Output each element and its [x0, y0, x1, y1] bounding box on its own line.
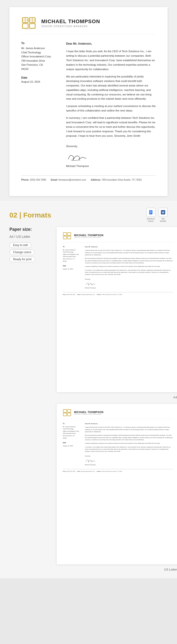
- letter-header: COMPANY TAG LINE HERE MICHAEL THOMPSON S…: [21, 16, 156, 34]
- svg-rect-17: [63, 236, 66, 239]
- format-separator: |: [19, 211, 23, 219]
- mini-addr-a4: Mr. James Anderson Chief Technology Offi…: [63, 249, 82, 262]
- svg-rect-16: [63, 232, 66, 236]
- svg-rect-22: [68, 410, 71, 412]
- google-docs-label: GOOGLEDOCS: [147, 218, 155, 222]
- letter-paragraph-1: I hope this letter finds you well. As th…: [66, 49, 156, 72]
- badge-ready-print: Ready for print: [10, 256, 35, 262]
- format-title-text: Formats: [23, 211, 51, 219]
- us-size-label: US Letter: [54, 567, 177, 571]
- letter-body: To Mr. James Anderson Chief Technology O…: [21, 42, 156, 168]
- mini-addr-us: Mr. James Anderson Chief Technology Offi…: [63, 426, 82, 440]
- mini-letter-us: MICHAEL THOMPSON SENIOR OPERATIONS MANAG…: [57, 404, 177, 564]
- letter-page-top: COMPANY TAG LINE HERE MICHAEL THOMPSON S…: [10, 7, 168, 196]
- format-icons: GOOGLEDOCS W MSWORD: [146, 208, 168, 222]
- letter-paragraph-4: In summary, I am confident that a partne…: [66, 116, 156, 138]
- mini-footer-a4: Phone: (555) 456-7890 Email: thompson@or…: [63, 292, 173, 295]
- letter-paragraph-2: We are particularly interested in explor…: [66, 74, 156, 101]
- letter-closing: Sincerely, Michael Thompson: [66, 144, 156, 168]
- closing-text: Sincerely,: [66, 144, 156, 148]
- format-header: 02 | Formats GOOGLEDOCS W MSWORD: [10, 208, 168, 222]
- svg-text:COMPANY: COMPANY: [25, 29, 32, 30]
- mini-letter-header-us: MICHAEL THOMPSON SENIOR OPERATIONS MANAG…: [63, 409, 173, 419]
- format-title: 02 | Formats: [10, 211, 51, 219]
- badge-change-colors: Change colors: [10, 250, 35, 255]
- svg-rect-23: [68, 413, 71, 416]
- mini-header-text-a4: MICHAEL THOMPSON SENIOR OPERATIONS MANAG…: [74, 234, 104, 238]
- mini-left-a4: To Mr. James Anderson Chief Technology O…: [63, 246, 82, 289]
- ms-word-icon-item: W MSWORD: [158, 208, 168, 222]
- svg-rect-1: [22, 24, 28, 28]
- footer-address: Address: 789 Innovation Drive Austin, TX…: [91, 178, 142, 181]
- footer-phone: Phone: (555) 456-7890: [21, 178, 46, 181]
- mini-columns-a4: To Mr. James Anderson Chief Technology O…: [63, 246, 173, 289]
- format-section: 02 | Formats GOOGLEDOCS W MSWORD Paper s…: [0, 201, 177, 578]
- recipient-address2: San Francisco, CA: [21, 63, 59, 67]
- company-logo: COMPANY TAG LINE HERE: [21, 16, 36, 30]
- mini-sig-us: [85, 457, 173, 464]
- paper-size-block: Paper size: A4 / US Letter Easy to edit …: [10, 227, 47, 267]
- signer-name: Michael Thompson: [66, 164, 156, 168]
- svg-rect-21: [63, 413, 66, 416]
- recipient-zip: 94103: [21, 67, 59, 71]
- header-title: SENIOR OPERATIONS MANAGER: [41, 25, 100, 28]
- mini-closing-us: Sincerely, Michael Thompson: [85, 455, 173, 466]
- svg-rect-18: [68, 232, 71, 236]
- date-value: August 10, 2024: [21, 80, 59, 83]
- letter-right-column: Dear Mr. Anderson, I hope this letter fi…: [66, 42, 156, 168]
- letter-footer-top: Phone: (555) 456-7890 Email: thompson@or…: [21, 176, 156, 181]
- svg-rect-20: [63, 410, 66, 412]
- mini-right-us: Dear Mr. Anderson, I hope this letter fi…: [85, 422, 173, 466]
- to-label: To: [21, 42, 59, 45]
- us-letter-preview-block: MICHAEL THOMPSON SENIOR OPERATIONS MANAG…: [54, 404, 177, 571]
- mini-sig-a4: [85, 280, 173, 287]
- paper-size-label: Paper size:: [10, 227, 47, 232]
- recipient-company: Officer Innovatetech Corp.: [21, 54, 59, 59]
- mini-left-us: To Mr. James Anderson Chief Technology O…: [63, 422, 82, 466]
- mini-footer-us: Phone: (555) 456-7890 Email: thompson@or…: [63, 469, 173, 472]
- mini-right-a4: Dear Mr. Anderson, I hope this letter fi…: [85, 246, 173, 289]
- svg-rect-12: [150, 212, 152, 212]
- badge-easy-edit: Easy to edit: [10, 242, 32, 248]
- top-letter-wrapper: COMPANY TAG LINE HERE MICHAEL THOMPSON S…: [0, 0, 177, 201]
- date-label: Date: [21, 76, 59, 79]
- header-text: MICHAEL THOMPSON SENIOR OPERATIONS MANAG…: [41, 18, 100, 28]
- svg-rect-11: [150, 211, 152, 212]
- svg-rect-13: [150, 213, 151, 213]
- svg-rect-3: [30, 24, 35, 28]
- paper-size-value: A4 / US Letter: [10, 235, 47, 238]
- letter-left-column: To Mr. James Anderson Chief Technology O…: [21, 42, 59, 168]
- mini-letter-header-a4: MICHAEL THOMPSON SENIOR OPERATIONS MANAG…: [63, 232, 173, 242]
- a4-size-label: A4: [54, 394, 177, 399]
- mini-closing-a4: Sincerely, Michael Thompson: [85, 278, 173, 289]
- mini-columns-us: To Mr. James Anderson Chief Technology O…: [63, 422, 173, 466]
- recipient-title: Chief Technology: [21, 50, 59, 55]
- footer-email: Email: thompson@oriontech.com: [51, 178, 86, 181]
- a4-preview-block: MICHAEL THOMPSON SENIOR OPERATIONS MANAG…: [54, 227, 177, 399]
- google-docs-icon: [146, 208, 155, 217]
- letter-paragraph-3: I propose scheduling a meeting at your e…: [66, 104, 156, 113]
- recipient-address1: 789 Innovation Drive: [21, 59, 59, 63]
- ms-word-icon: W: [158, 208, 168, 217]
- google-docs-icon-item: GOOGLEDOCS: [146, 208, 155, 222]
- recipient-name: Mr. James Anderson: [21, 46, 59, 50]
- svg-text:W: W: [162, 211, 164, 214]
- feature-badges: Easy to edit Change colors Ready for pri…: [10, 242, 47, 262]
- salutation: Dear Mr. Anderson,: [66, 42, 156, 46]
- mini-letter-a4: MICHAEL THOMPSON SENIOR OPERATIONS MANAG…: [57, 227, 177, 392]
- signature-area: [66, 150, 156, 164]
- recipient-address: Mr. James Anderson Chief Technology Offi…: [21, 46, 59, 71]
- mini-header-text-us: MICHAEL THOMPSON SENIOR OPERATIONS MANAG…: [74, 411, 104, 415]
- format-number: 02: [10, 211, 17, 219]
- ms-word-label: MSWORD: [160, 218, 166, 222]
- svg-rect-19: [68, 236, 71, 239]
- header-name: MICHAEL THOMPSON: [41, 18, 100, 24]
